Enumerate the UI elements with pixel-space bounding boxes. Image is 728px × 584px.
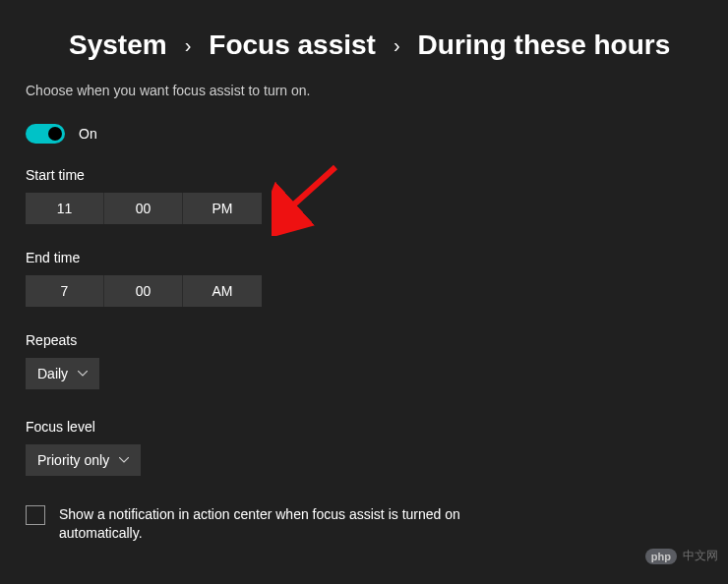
chevron-down-icon bbox=[119, 457, 129, 463]
breadcrumb: System › Focus assist › During these hou… bbox=[26, 29, 702, 61]
end-minute[interactable]: 00 bbox=[104, 275, 183, 307]
chevron-right-icon: › bbox=[394, 34, 400, 57]
focus-level-label: Focus level bbox=[26, 419, 702, 435]
chevron-down-icon bbox=[78, 371, 88, 377]
page-description: Choose when you want focus assist to tur… bbox=[26, 83, 702, 98]
start-hour[interactable]: 11 bbox=[26, 193, 104, 224]
focus-level-value: Priority only bbox=[37, 452, 109, 468]
watermark-text: 中文网 bbox=[683, 548, 718, 564]
focus-assist-toggle[interactable] bbox=[26, 124, 65, 144]
repeats-value: Daily bbox=[37, 366, 68, 381]
start-ampm[interactable]: PM bbox=[183, 193, 262, 224]
notification-checkbox[interactable] bbox=[26, 505, 45, 525]
repeats-dropdown[interactable]: Daily bbox=[26, 358, 99, 389]
notification-checkbox-row: Show a notification in action center whe… bbox=[26, 505, 478, 543]
end-time-label: End time bbox=[26, 250, 702, 265]
repeats-label: Repeats bbox=[26, 332, 702, 348]
toggle-row: On bbox=[26, 124, 702, 144]
chevron-right-icon: › bbox=[185, 34, 192, 57]
php-badge-icon: php bbox=[645, 549, 677, 564]
end-ampm[interactable]: AM bbox=[183, 275, 262, 307]
watermark: php 中文网 bbox=[645, 548, 718, 564]
toggle-state-label: On bbox=[79, 126, 97, 142]
start-time-label: Start time bbox=[26, 167, 702, 183]
focus-level-dropdown[interactable]: Priority only bbox=[26, 444, 141, 476]
breadcrumb-current: During these hours bbox=[418, 29, 671, 61]
end-time-picker: 7 00 AM bbox=[26, 275, 702, 307]
notification-checkbox-label: Show a notification in action center whe… bbox=[59, 505, 478, 543]
end-hour[interactable]: 7 bbox=[26, 275, 104, 307]
start-minute[interactable]: 00 bbox=[104, 193, 183, 224]
breadcrumb-focus-assist[interactable]: Focus assist bbox=[209, 29, 376, 61]
start-time-picker: 11 00 PM bbox=[26, 193, 702, 224]
breadcrumb-system[interactable]: System bbox=[69, 29, 167, 61]
